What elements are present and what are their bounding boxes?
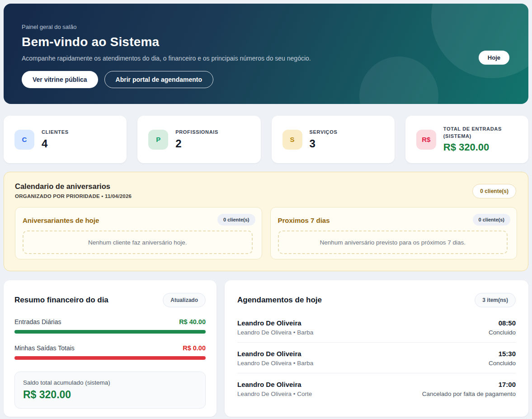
- ver-vitrine-button[interactable]: Ver vitrine pública: [22, 71, 98, 88]
- birthday-section-title: Calendario de aniversarios: [15, 182, 517, 191]
- appointments-card: Agendamentos de hoje 3 item(ns) Leandro …: [225, 280, 528, 417]
- hero-subtitle: Acompanhe rapidamente os atendimentos do…: [22, 55, 510, 62]
- finance-row-value: R$ 40.00: [179, 318, 206, 325]
- appointment-client-name: Leandro De Oliveira: [237, 381, 312, 388]
- finance-row-label: Entradas Diárias: [14, 318, 61, 325]
- saidas-progress-bar: [14, 356, 206, 360]
- finance-row-value: R$ 0.00: [183, 344, 206, 352]
- birthday-next7-card: Proximos 7 dias 0 cliente(s) Nenhum aniv…: [270, 207, 518, 259]
- appointment-detail: Leandro De Oliveira • Barba: [237, 329, 313, 336]
- finance-row-saidas: Minhas Saídas Totais R$ 0.00: [14, 344, 206, 360]
- stat-value: 3: [310, 137, 338, 150]
- birthday-empty-state: Nenhum aniversário previsto para os próx…: [278, 231, 508, 254]
- appointment-client-name: Leandro De Oliveira: [237, 350, 313, 358]
- stat-card-clientes: C CLIENTES 4: [4, 116, 127, 163]
- appointment-time: 08:50: [489, 319, 516, 327]
- stat-label: CLIENTES: [42, 129, 69, 136]
- birthday-card-badge: 0 cliente(s): [473, 214, 510, 226]
- saldo-total-box: Saldo total acumulado (sistema) R$ 320.0…: [14, 372, 206, 409]
- birthday-empty-state: Nenhum cliente faz aniversário hoje.: [23, 231, 253, 254]
- stat-label: TOTAL DE ENTRADAS (SISTEMA): [443, 126, 519, 140]
- abrir-portal-button[interactable]: Abrir portal de agendamento: [104, 71, 213, 88]
- appointment-detail: Leandro De Oliveira • Corte: [237, 391, 312, 397]
- birthday-cards: Aniversariantes de hoje 0 cliente(s) Nen…: [15, 207, 517, 259]
- entradas-icon: R$: [416, 130, 436, 150]
- entradas-progress-bar: [14, 330, 206, 334]
- appointment-status: Cancelado por falta de pagamento: [422, 391, 516, 397]
- finance-row-label: Minhas Saídas Totais: [14, 344, 75, 352]
- birthday-today-card: Aniversariantes de hoje 0 cliente(s) Nen…: [15, 207, 262, 259]
- appointments-title: Agendamentos de hoje: [237, 296, 322, 305]
- finance-status-badge: Atualizado: [163, 293, 206, 307]
- appointment-time: 17:00: [422, 381, 516, 388]
- stat-label: SERVIÇOS: [310, 129, 338, 136]
- appointment-row[interactable]: Leandro De Oliveira Leandro De Oliveira …: [237, 312, 516, 343]
- birthday-card-badge: 0 cliente(s): [217, 214, 255, 226]
- finance-summary-card: Resumo financeiro do dia Atualizado Entr…: [4, 280, 217, 417]
- profissionais-icon: P: [148, 130, 168, 150]
- stat-value: 2: [175, 137, 218, 150]
- servicos-icon: S: [282, 130, 302, 150]
- stat-card-entradas: R$ TOTAL DE ENTRADAS (SISTEMA) R$ 320.00: [405, 116, 528, 163]
- decor-circle-top: [431, 4, 528, 78]
- decor-circle-bottom: [359, 56, 438, 104]
- appointment-detail: Leandro De Oliveira • Barba: [237, 360, 313, 367]
- appointments-list: Leandro De Oliveira Leandro De Oliveira …: [237, 312, 516, 404]
- dashboard-page: Painel geral do salão Bem-vindo ao Siste…: [0, 0, 532, 419]
- stat-value: R$ 320.00: [443, 141, 519, 153]
- appointment-client-name: Leandro De Oliveira: [237, 319, 313, 327]
- stat-card-servicos: S SERVIÇOS 3: [272, 116, 395, 163]
- today-badge: Hoje: [479, 51, 509, 65]
- hero-banner: Painel geral do salão Bem-vindo ao Siste…: [4, 4, 528, 104]
- birthday-count-badge: 0 cliente(s): [472, 184, 516, 198]
- saldo-value: R$ 320.00: [23, 389, 197, 401]
- stats-row: C CLIENTES 4 P PROFISSIONAIS 2 S SERVIÇO…: [4, 116, 528, 163]
- appointment-time: 15:30: [489, 350, 516, 358]
- stat-label: PROFISSIONAIS: [175, 129, 218, 136]
- appointment-row[interactable]: Leandro De Oliveira Leandro De Oliveira …: [237, 343, 516, 373]
- bottom-row: Resumo financeiro do dia Atualizado Entr…: [4, 280, 528, 417]
- clientes-icon: C: [14, 130, 34, 150]
- saldo-label: Saldo total acumulado (sistema): [23, 379, 197, 386]
- appointments-count-badge: 3 item(ns): [475, 293, 516, 307]
- birthday-calendar-section: Calendario de aniversarios ORGANIZADO PO…: [4, 172, 528, 271]
- finance-title: Resumo financeiro do dia: [14, 296, 108, 305]
- birthday-section-subtitle: ORGANIZADO POR PRIORIDADE • 11/04/2026: [15, 193, 517, 199]
- appointment-status: Concluido: [489, 329, 516, 336]
- stat-card-profissionais: P PROFISSIONAIS 2: [137, 116, 260, 163]
- appointment-status: Concluido: [489, 360, 516, 367]
- appointment-row[interactable]: Leandro De Oliveira Leandro De Oliveira …: [237, 373, 516, 404]
- stat-value: 4: [42, 137, 69, 150]
- finance-row-entradas: Entradas Diárias R$ 40.00: [14, 318, 206, 334]
